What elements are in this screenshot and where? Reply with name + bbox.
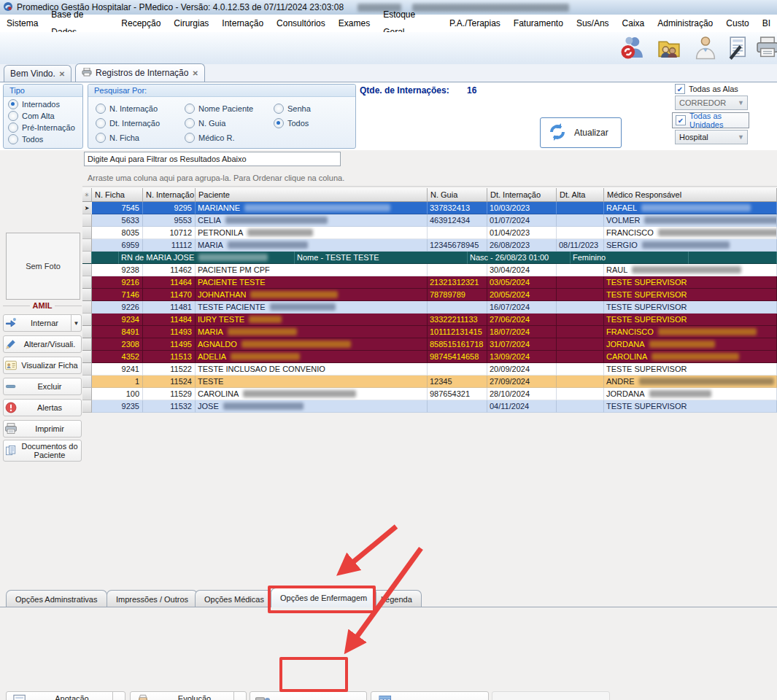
todas-as-unidades-checkbox[interactable]: ✔ (676, 115, 686, 125)
table-row[interactable]: 435211513ADELIA9874541465813/09/2024CARO… (82, 351, 777, 363)
report-icon[interactable] (726, 35, 752, 61)
action-button-anotacao-enfermagem[interactable]: Anotação Enfermagem▼ (6, 691, 125, 700)
doc-pen-icon (7, 693, 31, 700)
table-row[interactable]: 849111493MARIA10111213141518/07/2024FRAN… (82, 326, 777, 338)
menu-internacao[interactable]: Internação (215, 15, 270, 32)
table-row[interactable]: 111524TESTE1234527/09/2024ANDRE (82, 376, 777, 388)
excluir-icon (4, 380, 18, 393)
column-header-dt-internacao[interactable]: Dt. Internação (487, 188, 557, 202)
table-row[interactable]: 10011529CAROLINA98765432128/10/2024JORDA… (82, 388, 777, 400)
column-header-n-ficha[interactable]: N. Ficha (92, 188, 143, 202)
printer-icon[interactable] (755, 35, 777, 61)
close-icon[interactable]: ✕ (59, 70, 65, 78)
table-row-rn-detail[interactable]: RN de MARIA JOSENome - TESTE TESTENasc -… (82, 252, 777, 264)
table-row[interactable]: 56339553CELIA46391243401/07/2024VOLMER (82, 214, 777, 227)
chevron-down-icon[interactable]: ▼ (71, 315, 81, 331)
unidade-dropdown[interactable]: Hospital▼ (675, 130, 748, 144)
pesquisar-option-n-guia[interactable]: N. Guia (185, 116, 274, 131)
table-row[interactable]: 921611464PACIENTE TESTE2132131232103/05/… (82, 276, 777, 289)
action-button-balanco-hidrico[interactable]: Balanço Hídrico (250, 691, 367, 700)
action-button-imc[interactable]: IMC (371, 691, 489, 700)
tipo-option-internados[interactable]: Internados (8, 99, 82, 109)
cell-text: ADELIA (198, 352, 226, 361)
sidebar-button-imprimir[interactable]: Imprimir (3, 420, 82, 438)
menu-caixa[interactable]: Caixa (616, 15, 652, 32)
menu-faturamento[interactable]: Faturamento (507, 15, 570, 32)
pesquisar-option-medico-r[interactable]: Médico R. (185, 131, 274, 145)
bottom-tab-legenda[interactable]: Legenda (371, 590, 422, 607)
cell-text: ANDRE (606, 377, 635, 386)
action-button-evolucao-enfermagem[interactable]: Evolução Enfermagem▼ (130, 691, 247, 700)
tab-registros-de-internacao[interactable]: Registros de Internação ✕ (75, 63, 205, 82)
grid-group-hint[interactable]: Arraste uma coluna aqui para agrupa-la. … (82, 169, 777, 187)
cell-text: 9216 (122, 278, 139, 287)
column-header-n-guia[interactable]: N. Guia (428, 188, 487, 202)
table-row[interactable]: ➤75459295MARIANNE33783241310/03/2023RAFA… (82, 202, 777, 214)
pesquisar-option-nome-paciente[interactable]: Nome Paciente (185, 101, 274, 116)
table-row[interactable]: 695911112MARIA1234567894526/08/202308/11… (82, 239, 777, 252)
tipo-option-pre-internacao[interactable]: Pré-Internação (8, 122, 82, 133)
todas-as-alas-checkbox[interactable]: ✔ (675, 84, 685, 94)
menu-sus-ans[interactable]: Sus/Ans (570, 15, 616, 32)
unidade-value: Hospital (679, 133, 708, 141)
table-row[interactable]: 714611470JOHNATHAN7878978920/05/2024TEST… (82, 289, 777, 301)
grid-filter-input[interactable] (84, 152, 341, 166)
table-row[interactable]: 230811495AGNALDO85851516171831/07/2024JO… (82, 338, 777, 351)
internar-icon (4, 316, 18, 330)
column-header-medico-responsavel[interactable]: Médico Responsável (604, 188, 777, 202)
pesquisar-option-n-internacao[interactable]: N. Internação (96, 101, 185, 116)
tipo-option-todos[interactable]: Todos (8, 134, 82, 144)
menu-p-a-terapias[interactable]: P.A./Terapias (443, 15, 507, 32)
column-header-n-internacao[interactable]: N. Internação (143, 188, 196, 202)
sidebar-button-alertas[interactable]: Alertas (3, 399, 82, 416)
pesquisar-option-senha[interactable]: Senha (274, 101, 363, 116)
column-header-paciente[interactable]: Paciente (196, 188, 428, 202)
pesquisar-option-n-ficha[interactable]: N. Ficha (96, 131, 185, 145)
tipo-groupbox: Tipo InternadosCom AltaPré-InternaçãoTod… (3, 84, 83, 149)
patients-folder-icon[interactable] (657, 35, 683, 61)
bottom-tab-impressoes-outros[interactable]: Impressões / Outros (107, 590, 198, 607)
sidebar-button-visualizar-ficha[interactable]: Visualizar Ficha (3, 357, 82, 374)
doctor-icon[interactable] (693, 35, 719, 61)
bottom-tab-opcoes-de-enfermagem[interactable]: Opções de Enfermagem (271, 588, 376, 607)
sidebar-button-internar[interactable]: Internar▼ (3, 314, 82, 332)
chevron-down-icon[interactable]: ▼ (112, 692, 125, 700)
bottom-tab-opcoes-medicas[interactable]: Opções Médicas (195, 590, 274, 607)
tab-bem-vindo[interactable]: Bem Vindo. ✕ (4, 65, 71, 82)
sidebar-button-excluir[interactable]: Excluir (3, 378, 82, 395)
menu-cirurgias[interactable]: Cirurgias (167, 15, 215, 32)
menu-recepcao[interactable]: Recepção (115, 15, 167, 32)
column-header-dt-alta[interactable]: Dt. Alta (557, 188, 604, 202)
sidebar-button-documentos-do-paciente[interactable]: Documentos do Paciente (3, 440, 82, 462)
cell-text: 11470 (170, 290, 192, 299)
table-row[interactable]: 923411484IURY TESTE3332221113327/06/2024… (82, 314, 777, 326)
table-row[interactable]: 922611481TESTE PACIENTE16/07/2024TESTE S… (82, 301, 777, 314)
tipo-option-com-alta[interactable]: Com Alta (8, 111, 82, 121)
menu-administracao[interactable]: Administração (651, 15, 719, 32)
menu-custo[interactable]: Custo (719, 15, 755, 32)
cell-text: 20/09/2024 (490, 365, 530, 373)
radio-icon (185, 133, 195, 143)
menu-consultorios[interactable]: Consultórios (270, 15, 332, 32)
sidebar-button-alterar-visuali[interactable]: Alterar/Visuali. (3, 335, 82, 353)
close-icon[interactable]: ✕ (192, 69, 198, 77)
table-row[interactable]: 924111522TESTE INCLUSAO DE CONVENIO20/09… (82, 363, 777, 376)
todas-as-unidades-option[interactable]: ✔ Todas as Unidades (672, 112, 749, 128)
table-row[interactable]: 923811462PACIENTE PM CPF30/04/2024RAUL (82, 264, 777, 276)
table-row[interactable]: 803510712PETRONILA01/04/2023FRANCISCO (82, 227, 777, 239)
grid-header: ✳N. FichaN. InternaçãoPacienteN. GuiaDt.… (82, 188, 777, 202)
sync-users-icon[interactable] (620, 35, 646, 61)
table-row[interactable]: 923511532JOSE04/11/2024TESTE SUPERVISOR (82, 400, 777, 413)
todas-as-alas-option[interactable]: ✔ Todas as Alas (675, 84, 738, 94)
cell-text: IURY TESTE (198, 315, 244, 324)
menu-sistema[interactable]: Sistema (0, 15, 45, 32)
atualizar-button[interactable]: Atualizar (540, 117, 622, 148)
menu-bi[interactable]: BI (756, 15, 777, 32)
menu-exames[interactable]: Exames (332, 15, 376, 32)
cell-text: TESTE SUPERVISOR (606, 278, 687, 287)
ala-dropdown[interactable]: CORREDOR▼ (675, 96, 748, 110)
chevron-down-icon[interactable]: ▼ (233, 692, 246, 700)
pesquisar-option-todos[interactable]: Todos (274, 116, 363, 131)
pesquisar-option-dt-internacao[interactable]: Dt. Internação (96, 116, 185, 131)
bottom-tab-opcoes-adminstrativas[interactable]: Opções Adminstrativas (6, 590, 107, 607)
